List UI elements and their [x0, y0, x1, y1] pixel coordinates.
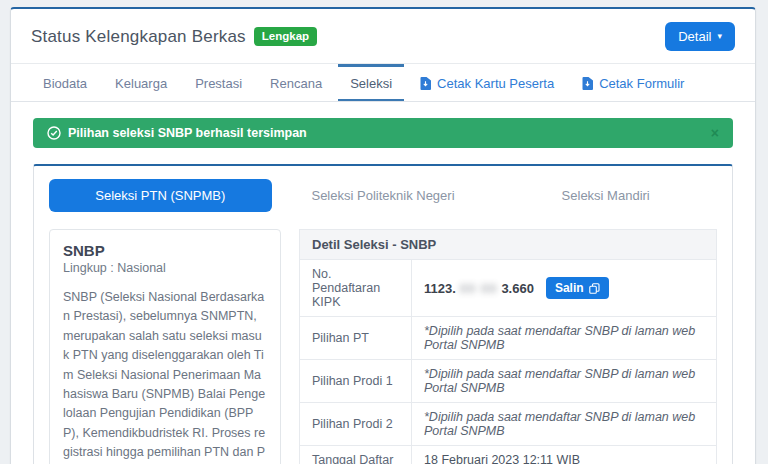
salin-button-label: Salin: [555, 281, 584, 295]
tab-biodata[interactable]: Biodata: [31, 64, 99, 101]
row-value: *Dipilih pada saat mendaftar SNBP di lam…: [412, 317, 717, 360]
file-download-icon: [582, 77, 593, 90]
detail-button-label: Detail: [678, 29, 711, 44]
detail-button[interactable]: Detail ▾: [665, 22, 735, 51]
table-header: Detil Seleksi - SNBP: [300, 230, 717, 260]
selection-tab-bar: Seleksi PTN (SNPMB) Seleksi Politeknik N…: [49, 179, 717, 212]
tab-rencana[interactable]: Rencana: [258, 64, 334, 101]
tab-seleksi-ptn-snpmb[interactable]: Seleksi PTN (SNPMB): [49, 179, 272, 212]
close-icon[interactable]: ×: [711, 126, 719, 140]
tab-cetak-kartu-peserta[interactable]: Cetak Kartu Peserta: [408, 64, 566, 101]
table-header-row: Detil Seleksi - SNBP: [300, 230, 717, 260]
status-berkas-card: Status Kelengkapan Berkas Lengkap Detail…: [10, 7, 756, 464]
snbp-description: SNBP (Seleksi Nasional Berdasarkan Prest…: [63, 288, 267, 464]
table-row-pilihan-pt: Pilihan PT *Dipilih pada saat mendaftar …: [300, 317, 717, 360]
snbp-scope: Lingkup : Nasional: [63, 261, 267, 275]
page-title: Status Kelengkapan Berkas: [31, 27, 246, 47]
registration-number-start: 1123.: [424, 281, 456, 296]
selection-card: Seleksi PTN (SNPMB) Seleksi Politeknik N…: [33, 164, 733, 464]
tab-prestasi[interactable]: Prestasi: [183, 64, 254, 101]
snbp-title: SNBP: [63, 242, 267, 259]
row-label: Pilihan PT: [300, 317, 412, 360]
tab-cetak-kartu-peserta-label: Cetak Kartu Peserta: [437, 76, 554, 91]
success-alert: Pilihan seleksi SNBP berhasil tersimpan …: [33, 118, 733, 148]
check-circle-icon: [47, 126, 61, 140]
registration-number: 1123. 00 00 3.660 Salin: [424, 277, 704, 299]
row-label: Tanggal Daftar: [300, 446, 412, 464]
table-row-pilihan-prodi-1: Pilihan Prodi 1 *Dipilih pada saat menda…: [300, 360, 717, 403]
copy-icon: [589, 283, 600, 294]
registration-number-end: 3.660: [501, 281, 534, 296]
tab-seleksi-mandiri[interactable]: Seleksi Mandiri: [494, 179, 717, 212]
row-value: 18 Februari 2023 12:11 WIB: [412, 446, 717, 464]
table-row-registration: No. Pendaftaran KIPK 1123. 00 00 3.660 S…: [300, 260, 717, 317]
alert-message: Pilihan seleksi SNBP berhasil tersimpan: [68, 126, 307, 140]
snbp-info-panel: SNBP Lingkup : Nasional SNBP (Seleksi Na…: [49, 229, 281, 464]
row-label: Pilihan Prodi 1: [300, 360, 412, 403]
table-row-tanggal-daftar: Tanggal Daftar 18 Februari 2023 12:11 WI…: [300, 446, 717, 464]
tab-cetak-formulir-label: Cetak Formulir: [599, 76, 684, 91]
row-label: No. Pendaftaran KIPK: [300, 260, 412, 317]
tab-cetak-formulir[interactable]: Cetak Formulir: [570, 64, 696, 101]
row-value: *Dipilih pada saat mendaftar SNBP di lam…: [412, 403, 717, 446]
tab-seleksi[interactable]: Seleksi: [338, 64, 404, 101]
file-download-icon: [420, 77, 431, 90]
tab-keluarga[interactable]: Keluarga: [103, 64, 179, 101]
status-badge: Lengkap: [254, 27, 317, 46]
registration-number-redacted: 00 00: [460, 281, 498, 296]
detail-seleksi-table: Detil Seleksi - SNBP No. Pendaftaran KIP…: [299, 229, 717, 464]
row-label: Pilihan Prodi 2: [300, 403, 412, 446]
caret-down-icon: ▾: [717, 32, 722, 41]
selection-body: SNBP Lingkup : Nasional SNBP (Seleksi Na…: [49, 229, 717, 464]
table-row-pilihan-prodi-2: Pilihan Prodi 2 *Dipilih pada saat menda…: [300, 403, 717, 446]
row-value: *Dipilih pada saat mendaftar SNBP di lam…: [412, 360, 717, 403]
seleksi-tab-content: Pilihan seleksi SNBP berhasil tersimpan …: [11, 102, 755, 464]
tab-seleksi-politeknik-negeri[interactable]: Seleksi Politeknik Negeri: [272, 179, 495, 212]
card-header: Status Kelengkapan Berkas Lengkap Detail…: [11, 9, 755, 64]
salin-button[interactable]: Salin: [546, 277, 609, 299]
main-tab-bar: Biodata Keluarga Prestasi Rencana Seleks…: [11, 64, 755, 102]
